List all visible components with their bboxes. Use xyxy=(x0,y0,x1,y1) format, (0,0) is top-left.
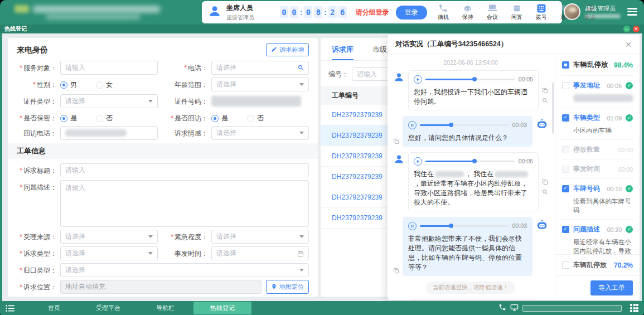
checkbox[interactable] xyxy=(562,82,569,89)
audio-progress-track[interactable] xyxy=(425,79,515,80)
copy-icon[interactable] xyxy=(542,179,548,185)
field-label: 是否保密： xyxy=(17,111,57,123)
appeal-append-button[interactable]: 诉求补增 xyxy=(266,43,309,56)
extract-item: 车牌号码00:10✓没看到具体的车牌号码 xyxy=(561,179,634,220)
copy-icon[interactable] xyxy=(393,138,399,144)
pause-icon[interactable] xyxy=(408,222,417,230)
checkbox-checked[interactable] xyxy=(562,185,569,192)
bottom-tab-热线登记[interactable]: 热线登记 xyxy=(193,302,251,314)
checkbox-partial[interactable] xyxy=(562,61,569,69)
play-icon[interactable] xyxy=(414,157,422,166)
select-field[interactable]: 请选择 xyxy=(60,94,158,108)
apps-grid-icon[interactable] xyxy=(630,304,638,312)
nav-list-icon[interactable] xyxy=(6,304,14,312)
form-field: 服务对象：请输入 xyxy=(17,61,158,75)
topbar-action-pickup[interactable]: 摘机 xyxy=(432,3,455,21)
audio-duration: 00:03 xyxy=(512,122,527,128)
search-icon[interactable] xyxy=(542,189,548,195)
radio-option[interactable]: 男 xyxy=(60,80,77,90)
robot-avatar-icon xyxy=(536,219,548,234)
audio-progress-track[interactable] xyxy=(420,124,509,126)
checkbox[interactable] xyxy=(562,146,569,153)
avatar[interactable] xyxy=(564,3,580,20)
placeholder-text: 请输入 xyxy=(65,63,85,72)
bottom-tab-导航栏[interactable]: 导航栏 xyxy=(139,302,191,314)
audio-progress-track[interactable] xyxy=(425,161,515,162)
field-label: 服务对象： xyxy=(17,61,57,73)
checkbox-checked[interactable] xyxy=(562,226,569,233)
extract-item: 问题描述00:20✓最近经常有车辆在小区内乱停乱放，导致小区道路拥堵，给居民出行… xyxy=(561,220,634,254)
map-locate-button[interactable]: 地图定位 xyxy=(266,280,309,294)
bottom-tab-首页[interactable]: 首页 xyxy=(31,302,77,314)
intent-label: 车辆乱停放 xyxy=(573,260,607,270)
text-input[interactable] xyxy=(60,126,158,140)
worklist-tab[interactable]: 诉求库 xyxy=(332,45,354,60)
topbar-action-idle[interactable]: 闲置 xyxy=(505,3,529,21)
form-row: 诉求位置：地址自动填充地图定位 xyxy=(17,280,309,294)
placeholder-text: 请选择 xyxy=(216,80,236,89)
textarea-input[interactable]: 请输入 xyxy=(60,180,309,227)
minimize-icon[interactable]: － xyxy=(623,26,630,32)
bottom-tab-受理平台[interactable]: 受理平台 xyxy=(79,302,137,314)
play-icon[interactable] xyxy=(414,75,422,84)
radio-label: 是 xyxy=(221,114,228,123)
select-field[interactable]: 请选择 xyxy=(211,230,309,244)
checkbox[interactable] xyxy=(562,166,569,173)
placeholder-text: 请选择 xyxy=(65,249,85,258)
radio-dot xyxy=(211,115,219,122)
topbar-action-hold[interactable]: 保持 xyxy=(456,3,480,21)
field-label: 诉求类型： xyxy=(17,246,57,259)
close-window-icon[interactable]: ✕ xyxy=(633,26,640,32)
chat-message: 00:03您好，请问您的具体情况是什么？ xyxy=(393,116,548,147)
radio-option[interactable]: 否 xyxy=(96,114,113,123)
checkbox-checked[interactable] xyxy=(562,114,569,122)
logo-icon xyxy=(14,5,29,13)
topbar-action-meeting[interactable]: 会议 xyxy=(481,3,504,21)
form-field: 年龄范围：请选择 xyxy=(168,77,309,91)
close-dialog-icon[interactable]: ✕ xyxy=(625,41,632,49)
select-field[interactable]: 请选择 xyxy=(60,263,309,277)
radio-dot xyxy=(96,115,103,122)
topbar-action-label: 会议 xyxy=(487,13,498,21)
status-input-bar[interactable] xyxy=(522,305,622,312)
select-field[interactable]: 请选择 xyxy=(60,246,158,260)
radio-option[interactable]: 否 xyxy=(247,114,264,123)
text-input[interactable]: 请输入 xyxy=(60,61,158,75)
radio-option[interactable]: 是 xyxy=(60,114,77,123)
audio-progress-knob[interactable] xyxy=(472,159,477,163)
search-icon[interactable] xyxy=(542,98,548,104)
message-bubble: 00:03您好，请问您的具体情况是什么？ xyxy=(403,116,532,147)
checkbox-unchecked[interactable] xyxy=(562,261,569,269)
phone-icon[interactable] xyxy=(498,303,506,313)
select-field[interactable]: 请选择 xyxy=(60,230,158,244)
audio-progress-knob[interactable] xyxy=(449,123,453,127)
extract-field-label: 问题描述 xyxy=(573,225,600,234)
radio-option[interactable]: 是 xyxy=(211,114,228,123)
select-field[interactable]: 请选择 xyxy=(211,77,309,91)
select-field[interactable]: 请选择 xyxy=(211,126,309,140)
audio-progress-track[interactable] xyxy=(420,225,509,227)
field-control: 请选择 xyxy=(211,230,309,244)
import-order-button[interactable]: 导入工单 xyxy=(590,280,633,295)
form-row: 诉求类型：请选择事发时间：请选择 xyxy=(17,246,309,260)
chevron-down-icon xyxy=(299,235,304,238)
active-module-tab[interactable]: 热线登记 xyxy=(4,25,27,33)
chat-message: 00:05我没有看到具体的车牌号码，但是停放的位置是在小区的主干道上，影响了其他… xyxy=(393,299,548,300)
monitor-icon[interactable] xyxy=(510,303,519,313)
topbar-action-dial[interactable]: 拨号 xyxy=(530,3,553,21)
copy-icon[interactable] xyxy=(542,88,548,94)
field-control: 请选择 xyxy=(60,246,158,260)
audio-progress-knob[interactable] xyxy=(449,224,453,228)
text-input[interactable]: 请选择 xyxy=(211,246,309,260)
menu-icon[interactable] xyxy=(625,6,640,18)
audio-progress-knob[interactable] xyxy=(472,77,477,81)
copy-icon[interactable] xyxy=(393,268,399,274)
text-input[interactable]: 请输入 xyxy=(60,163,309,177)
search-select-field[interactable]: 请选择 xyxy=(211,61,309,75)
radio-option[interactable]: 女 xyxy=(96,80,113,90)
redacted-text xyxy=(435,171,464,177)
login-button[interactable]: 登录 xyxy=(396,6,427,20)
extract-time: 00:05 xyxy=(607,83,622,89)
pause-icon[interactable] xyxy=(408,121,417,129)
chat-scrollbar[interactable] xyxy=(552,83,554,134)
